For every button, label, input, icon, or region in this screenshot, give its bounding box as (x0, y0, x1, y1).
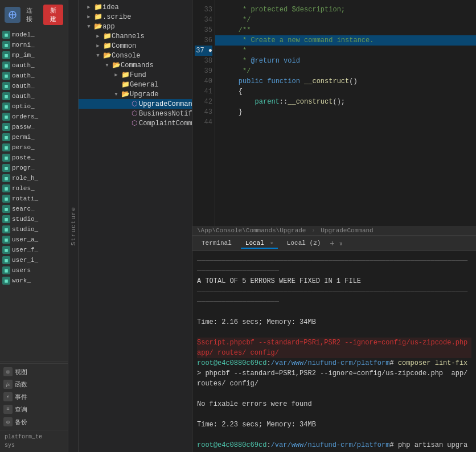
structure-tab-label: Structure (70, 207, 77, 245)
code-editor: 33 34 35 36 37 ● 38 39 40 41 42 43 44 * … (192, 0, 476, 226)
sidebar-item-oauth1[interactable]: ▦ oauth_ (0, 60, 68, 71)
sidebar-item-mp-im[interactable]: ▦ mp_im_ (0, 50, 68, 60)
sidebar-sections: ⊞ 视图 fx 函数 ⚡ 事件 ≡ 查询 ◎ 备份 (0, 363, 68, 430)
terminal-line-sep2: ────────────────────────────────────────… (197, 286, 471, 307)
sidebar-divider (0, 361, 68, 361)
tab-local2-label: Local (2) (287, 240, 321, 246)
tree-label: ComplaintCommand.php (139, 120, 192, 128)
sidebar-item-morning[interactable]: ▦ morni_ (0, 40, 68, 50)
sidebar-section-query[interactable]: ≡ 查询 (1, 404, 67, 415)
table-icon: ▦ (2, 236, 10, 244)
sidebar-item-label: oauth_ (12, 93, 35, 100)
tree-item-fund[interactable]: ▶ 📁 Fund (79, 70, 192, 80)
code-lines[interactable]: * protected $description; */ /** * Creat… (215, 0, 476, 226)
sidebar-item-orders[interactable]: ▦ orders_ (0, 112, 68, 122)
sidebar-item-users[interactable]: ▦ users (0, 265, 68, 276)
folder-icon: 📂 (102, 51, 112, 60)
code-line-36: /** (215, 25, 476, 35)
sidebar-section-event[interactable]: ⚡ 事件 (1, 391, 67, 402)
tree-item-complaint[interactable]: ⬡ ComplaintCommand.php (79, 118, 192, 128)
tab-local-label: Local (245, 240, 264, 246)
sidebar-item-search[interactable]: ▦ searc_ (0, 204, 68, 214)
code-line-41: public function __construct() (215, 76, 476, 87)
sidebar-section-view[interactable]: ⊞ 视图 (1, 366, 67, 377)
sidebar-item-model[interactable]: ▦ model_ (0, 30, 68, 40)
new-button[interactable]: 新建 (43, 5, 64, 25)
terminal-content[interactable]: ────────────────────────────────────────… (192, 251, 476, 452)
table-icon: ▦ (2, 184, 10, 192)
sidebar-item-label: oauth_ (12, 62, 35, 69)
table-icon: ▦ (2, 133, 10, 141)
sidebar-item-progr[interactable]: ▦ progr_ (0, 163, 68, 173)
sidebar-item-label: oauth_ (12, 83, 35, 89)
table-icon: ▦ (2, 31, 10, 39)
folder-icon: 📁 (93, 3, 102, 11)
tree-item-console[interactable]: ▼ 📂 Console (79, 51, 192, 60)
query-icon: ≡ (3, 405, 13, 414)
sidebar-item-permi[interactable]: ▦ permi_ (0, 132, 68, 142)
tab-terminal[interactable]: Terminal (197, 239, 236, 249)
sidebar-item-role-h[interactable]: ▦ role_h_ (0, 173, 68, 183)
tree-item-channels[interactable]: ▶ 📁 Channels (79, 31, 192, 41)
tree-arrow: ▶ (84, 14, 93, 20)
sidebar-item-label: users (12, 267, 31, 274)
tree-item-idea[interactable]: ▶ 📁 idea (79, 2, 192, 12)
structure-tab[interactable]: Structure (68, 0, 79, 452)
tree-arrow: ▶ (93, 33, 102, 39)
tree-item-scribe[interactable]: ▶ 📁 .scribe (79, 12, 192, 22)
sidebar-item-passw[interactable]: ▦ passw_ (0, 122, 68, 132)
tree-item-upgrade[interactable]: ▼ 📂 Upgrade (79, 89, 192, 99)
sidebar-item-label: model_ (12, 31, 35, 38)
sidebar-item-work[interactable]: ▦ work_ (0, 276, 68, 286)
tree-item-business-notify[interactable]: ⬡ BusinessNotifyCommand.php (79, 109, 192, 118)
table-icon: ▦ (2, 277, 10, 285)
sidebar-item-user-i[interactable]: ▦ user_i_ (0, 255, 68, 265)
terminal-line-prompt2: root@e4c0880c69cd:/var/www/niufund-crm/p… (197, 440, 471, 452)
tree-item-general[interactable]: 📁 General (79, 80, 192, 89)
tree-arrow: ▼ (112, 92, 121, 97)
sidebar-item-studio2[interactable]: ▦ studio_ (0, 224, 68, 235)
tree-item-commands[interactable]: ▼ 📂 Commands (79, 60, 192, 70)
tab-close-icon[interactable]: × (270, 241, 273, 246)
sidebar-item-option[interactable]: ▦ optio_ (0, 101, 68, 112)
tree-item-app[interactable]: ▼ 📂 app (79, 22, 192, 31)
sidebar-item-oauth2[interactable]: ▦ oauth_ (0, 71, 68, 81)
folder-icon: 📁 (102, 32, 112, 40)
code-line-43: parent::__construct(); (215, 97, 476, 107)
tree-arrow: ▶ (93, 43, 102, 49)
sidebar-item-oauth4[interactable]: ▦ oauth_ (0, 91, 68, 101)
tab-local[interactable]: Local × (241, 239, 278, 249)
main-area: 33 34 35 36 37 ● 38 39 40 41 42 43 44 * … (192, 0, 476, 452)
terminal-tabs: Terminal Local × Local (2) + ∨ (192, 236, 476, 251)
sidebar-section-func[interactable]: fx 函数 (1, 379, 67, 390)
php-file-icon: ⬡ (130, 109, 139, 118)
file-tree: ▶ 📁 idea ▶ 📁 .scribe ▼ 📂 app ▶ 📁 Channel… (79, 0, 192, 452)
code-line-37: * Create a new command instance. (215, 35, 476, 46)
sidebar-item-label: searc_ (12, 206, 35, 212)
sidebar-item-studio1[interactable]: ▦ studio_ (0, 214, 68, 224)
sidebar-item-label: mp_im_ (12, 52, 35, 59)
table-icon: ▦ (2, 92, 10, 100)
line-numbers: 33 34 35 36 37 ● 38 39 40 41 42 43 44 (192, 0, 215, 226)
tab-add-button[interactable]: + (330, 239, 334, 248)
sidebar-item-roles[interactable]: ▦ roles_ (0, 183, 68, 194)
tree-item-common[interactable]: ▶ 📁 Common (79, 41, 192, 51)
breadcrumb-path: \App\Console\Commands\Upgrade (197, 227, 306, 234)
section-label: 视图 (15, 368, 27, 376)
sidebar-item-poster[interactable]: ▦ poste_ (0, 153, 68, 163)
folder-icon: 📂 (112, 61, 121, 69)
sidebar-section-backup[interactable]: ◎ 备份 (1, 416, 67, 428)
tab-local2[interactable]: Local (2) (282, 239, 325, 249)
sidebar-item-perso[interactable]: ▦ perso_ (0, 142, 68, 153)
sidebar-item-rotati[interactable]: ▦ rotati_ (0, 194, 68, 204)
tab-chevron-icon[interactable]: ∨ (339, 240, 343, 247)
sidebar-item-oauth3[interactable]: ▦ oauth_ (0, 81, 68, 91)
folder-icon: 📂 (121, 90, 130, 98)
tree-arrow: ▶ (112, 72, 121, 78)
breadcrumb-separator: › (311, 227, 315, 234)
tree-item-upgrade-command[interactable]: ⬡ UpgradeCommand.php (79, 99, 192, 109)
sidebar-top: 连接 新建 (0, 0, 68, 30)
sidebar-item-user-a[interactable]: ▦ user_a_ (0, 235, 68, 245)
table-icon: ▦ (2, 143, 10, 151)
sidebar-item-user-f[interactable]: ▦ user_f_ (0, 245, 68, 255)
